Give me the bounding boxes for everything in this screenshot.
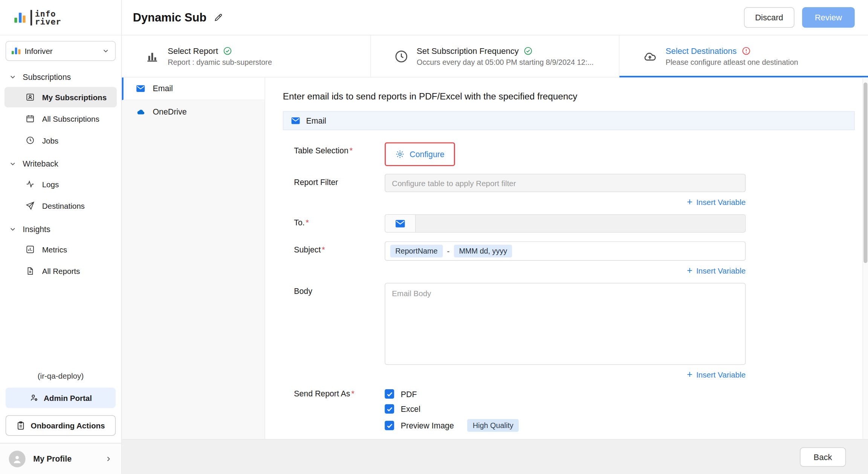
alert-circle-icon <box>742 46 751 55</box>
step-select-report[interactable]: Select Report Report : dyamic sub-supers… <box>122 35 371 77</box>
step-select-destinations[interactable]: Select Destinations Please configure atl… <box>620 35 868 77</box>
insert-variable-link[interactable]: + Insert Variable <box>385 197 746 206</box>
section-label: Writeback <box>23 159 58 168</box>
subject-label: Subject* <box>294 242 385 254</box>
step-title: Set Subscription Frequency <box>417 46 519 55</box>
section-writeback[interactable]: Writeback <box>0 151 121 173</box>
required-marker: * <box>350 146 353 155</box>
stepper: Select Report Report : dyamic sub-supers… <box>122 35 868 78</box>
pdf-checkbox[interactable] <box>385 389 394 399</box>
wizard-footer: Back <box>122 439 868 474</box>
check-circle-icon <box>524 46 533 55</box>
discard-button[interactable]: Discard <box>744 7 795 28</box>
my-profile-label: My Profile <box>33 454 72 463</box>
plus-icon: + <box>687 197 692 206</box>
step-title: Select Destinations <box>666 46 737 55</box>
required-marker: * <box>351 389 354 398</box>
my-profile-row[interactable]: My Profile <box>0 443 121 474</box>
destination-tab-onedrive[interactable]: OneDrive <box>122 100 264 123</box>
main-area: Dynamic Sub Discard Review Select Report… <box>122 0 868 474</box>
vertical-scrollbar[interactable] <box>862 78 868 439</box>
clipboard-icon <box>16 421 26 430</box>
step-set-frequency[interactable]: Set Subscription Frequency Occurs every … <box>371 35 620 77</box>
email-icon <box>136 84 145 93</box>
to-input-group <box>385 214 746 232</box>
option-preview-image: Preview Image High Quality <box>385 419 746 432</box>
subject-input[interactable]: ReportName - MMM dd, yyyy <box>385 242 746 261</box>
report-chart-icon <box>145 49 159 63</box>
sidebar-item-logs[interactable]: Logs <box>5 174 117 194</box>
edit-title-button[interactable] <box>214 13 223 22</box>
workspace-selector[interactable]: Inforiver <box>6 41 116 61</box>
section-label: Insights <box>23 225 50 234</box>
table-selection-label: Table Selection* <box>294 142 385 155</box>
option-pdf: PDF <box>385 389 746 399</box>
pencil-icon <box>214 13 223 22</box>
sidebar-item-label: All Reports <box>42 267 80 276</box>
chevron-right-icon <box>105 455 113 463</box>
sidebar-item-label: Destinations <box>42 201 85 210</box>
onboarding-actions-label: Onboarding Actions <box>31 421 105 430</box>
form-heading: Enter email ids to send reports in PDF/E… <box>283 91 855 102</box>
preview-image-checkbox[interactable] <box>385 421 394 430</box>
review-button[interactable]: Review <box>802 7 855 28</box>
required-marker: * <box>322 245 325 254</box>
email-body-textarea[interactable] <box>385 283 746 365</box>
sidebar-item-jobs[interactable]: Jobs <box>5 130 117 150</box>
to-input[interactable] <box>416 215 745 232</box>
top-bar: Dynamic Sub Discard Review <box>122 0 868 35</box>
page-title: Dynamic Sub <box>133 11 206 24</box>
section-insights[interactable]: Insights <box>0 217 121 239</box>
destination-tab-label: OneDrive <box>153 107 187 116</box>
admin-user-gear-icon <box>29 393 39 402</box>
destination-tab-label: Email <box>153 84 173 93</box>
subscription-badge-icon <box>26 92 35 102</box>
avatar <box>9 450 26 467</box>
sidebar-item-all-subscriptions[interactable]: All Subscriptions <box>5 109 117 129</box>
option-label: Preview Image <box>401 421 454 430</box>
chevron-down-icon <box>9 225 17 233</box>
inforiver-logo-icon <box>14 12 25 22</box>
option-excel: Excel <box>385 404 746 414</box>
excel-checkbox[interactable] <box>385 404 394 414</box>
destination-tab-email[interactable]: Email <box>122 78 264 100</box>
token-date-format[interactable]: MMM dd, yyyy <box>454 245 512 257</box>
scrollbar-thumb[interactable] <box>863 83 867 263</box>
token-separator: - <box>447 247 450 256</box>
option-label: Excel <box>401 404 420 413</box>
report-filter-input[interactable] <box>385 174 746 192</box>
sidebar-item-my-subscriptions[interactable]: My Subscriptions <box>5 87 117 107</box>
plus-icon: + <box>687 266 692 275</box>
to-label: To.* <box>294 214 385 227</box>
clock-icon <box>394 49 408 63</box>
email-icon <box>290 116 300 125</box>
app-window: inforiver Inforiver Subscriptions My Sub… <box>0 0 868 474</box>
paper-plane-icon <box>26 201 35 210</box>
back-button[interactable]: Back <box>800 447 846 466</box>
sidebar-item-all-reports[interactable]: All Reports <box>5 261 117 281</box>
email-icon <box>395 218 406 229</box>
report-filter-label: Report Filter <box>294 174 385 187</box>
sidebar-item-label: Jobs <box>42 136 58 145</box>
tenant-name: (ir-qa-deploy) <box>0 372 121 388</box>
step-subtitle: Please configure atleast one destination <box>666 58 806 66</box>
option-label: PDF <box>401 390 417 399</box>
step-subtitle: Occurs every day at 05:00 PM starting 8/… <box>417 58 601 66</box>
email-panel-title: Email <box>306 116 326 125</box>
onboarding-actions-button[interactable]: Onboarding Actions <box>6 415 116 436</box>
token-report-name[interactable]: ReportName <box>390 245 443 257</box>
insert-variable-link[interactable]: + Insert Variable <box>385 266 746 275</box>
chevron-down-icon <box>102 47 110 55</box>
sidebar-item-metrics[interactable]: Metrics <box>5 239 117 260</box>
admin-portal-button[interactable]: Admin Portal <box>6 388 116 408</box>
sidebar-item-label: My Subscriptions <box>42 93 107 102</box>
required-marker: * <box>306 218 309 227</box>
section-subscriptions[interactable]: Subscriptions <box>0 64 121 86</box>
sidebar-item-destinations[interactable]: Destinations <box>5 196 117 216</box>
configure-table-button[interactable]: Configure <box>385 142 455 166</box>
step-title: Select Report <box>168 46 218 55</box>
configure-label: Configure <box>410 150 444 159</box>
app-logo: inforiver <box>0 0 121 35</box>
high-quality-badge[interactable]: High Quality <box>467 419 519 432</box>
insert-variable-link[interactable]: + Insert Variable <box>385 370 746 379</box>
